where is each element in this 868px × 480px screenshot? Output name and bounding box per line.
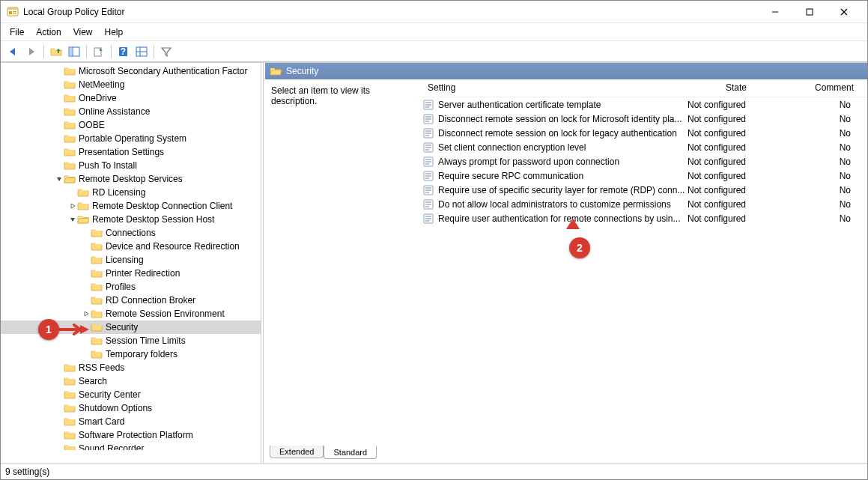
tree-item[interactable]: Push To Install <box>1 159 261 172</box>
setting-icon <box>423 142 435 153</box>
menu-view[interactable]: View <box>67 25 99 39</box>
setting-row[interactable]: Require user authentication for remote c… <box>419 211 867 225</box>
folder-icon <box>64 147 76 157</box>
tree-item[interactable]: Portable Operating System <box>1 132 261 145</box>
settings-header[interactable]: Setting State Comment <box>419 79 867 97</box>
column-state[interactable]: State <box>688 79 785 97</box>
tree-item-label: Software Protection Platform <box>79 430 193 440</box>
main-area: Microsoft Secondary Authentication Facto… <box>1 62 867 463</box>
export-button[interactable] <box>91 43 107 60</box>
chevron-down-icon[interactable] <box>55 176 64 182</box>
column-setting[interactable]: Setting <box>419 79 688 97</box>
tree-item-label: Security <box>106 322 138 332</box>
help-button[interactable]: ? <box>115 43 132 60</box>
tree-item[interactable]: Device and Resource Redirection <box>1 240 261 253</box>
chevron-down-icon[interactable] <box>68 216 77 222</box>
tree-item[interactable]: OOBE <box>1 118 261 132</box>
setting-name: Set client connection encryption level <box>438 142 688 153</box>
tree-item[interactable]: Presentation Settings <box>1 145 261 159</box>
tree-item[interactable]: RD Licensing <box>1 186 261 199</box>
tree-item-label: Remote Desktop Session Host <box>92 214 214 225</box>
setting-state: Not configured <box>688 142 785 153</box>
tree-item-label: RSS Feeds <box>79 362 124 373</box>
menu-file[interactable]: File <box>4 25 30 39</box>
folder-icon <box>64 362 76 373</box>
tree-item-label: Profiles <box>106 282 136 292</box>
chevron-right-icon[interactable] <box>68 203 77 209</box>
details-header: Security <box>265 63 867 79</box>
tab-standard[interactable]: Standard <box>324 446 377 459</box>
up-button[interactable] <box>48 43 64 60</box>
tree-item-label: Printer Redirection <box>106 268 180 279</box>
setting-icon <box>423 213 435 224</box>
window-title: Local Group Policy Editor <box>23 7 758 17</box>
tree-item[interactable]: OneDrive <box>1 91 261 105</box>
setting-row[interactable]: Disconnect remote session on lock for Mi… <box>419 112 867 126</box>
folder-icon <box>91 309 103 319</box>
tree-item[interactable]: RD Connection Broker <box>1 294 261 307</box>
setting-row[interactable]: Set client connection encryption levelNo… <box>419 140 867 154</box>
properties-button[interactable] <box>133 43 150 60</box>
close-button[interactable] <box>827 1 861 23</box>
tree-item[interactable]: Licensing <box>1 253 261 267</box>
tree-item-label: Temporary folders <box>106 349 177 359</box>
tree-item[interactable]: Software Protection Platform <box>1 428 261 442</box>
tree-item[interactable]: Microsoft Secondary Authentication Facto… <box>1 64 261 78</box>
folder-icon <box>64 430 76 440</box>
tree-item-label: Shutdown Options <box>79 403 152 413</box>
forward-button[interactable] <box>23 43 40 60</box>
tree-item[interactable]: Remote Desktop Session Host <box>1 213 261 226</box>
setting-row[interactable]: Require use of specific security layer f… <box>419 183 867 197</box>
tree-item[interactable]: Sound Recorder <box>1 442 261 450</box>
tree-item-label: Session Time Limits <box>106 335 186 346</box>
folder-icon <box>64 79 76 90</box>
tree-item[interactable]: Remote Session Environment <box>1 307 261 320</box>
tree-item[interactable]: Online Assistance <box>1 105 261 118</box>
tree-item[interactable]: RSS Feeds <box>1 361 261 374</box>
tree-item[interactable]: Temporary folders <box>1 347 261 361</box>
setting-comment: No <box>785 100 867 110</box>
tree-item[interactable]: Profiles <box>1 280 261 294</box>
setting-comment: No <box>785 128 867 139</box>
annotation-arrow-2 <box>565 219 581 238</box>
menu-help[interactable]: Help <box>99 25 130 39</box>
tree-item[interactable]: NetMeeting <box>1 78 261 91</box>
tree-item[interactable]: Connections <box>1 226 261 240</box>
setting-name: Disconnect remote session on lock for le… <box>438 128 688 139</box>
folder-icon <box>64 416 76 427</box>
menu-action[interactable]: Action <box>30 25 67 39</box>
tree-item-label: Remote Desktop Services <box>79 174 183 184</box>
tree-item[interactable]: Security Center <box>1 388 261 401</box>
tab-extended[interactable]: Extended <box>270 446 324 458</box>
setting-comment: No <box>785 185 867 195</box>
tree-hscrollbar[interactable] <box>1 450 261 463</box>
setting-row[interactable]: Disconnect remote session on lock for le… <box>419 126 867 140</box>
setting-name: Require use of specific security layer f… <box>438 185 688 195</box>
setting-comment: No <box>785 114 867 124</box>
column-comment[interactable]: Comment <box>785 79 867 97</box>
tree-item[interactable]: Remote Desktop Services <box>1 172 261 186</box>
tree-item[interactable]: Printer Redirection <box>1 267 261 280</box>
back-button[interactable] <box>5 43 22 60</box>
folder-icon <box>91 295 103 306</box>
filter-button[interactable] <box>158 43 174 60</box>
folder-icon <box>64 93 76 103</box>
setting-state: Not configured <box>688 128 785 139</box>
tree-item[interactable]: Remote Desktop Connection Client <box>1 199 261 213</box>
chevron-right-icon[interactable] <box>82 311 91 317</box>
setting-row[interactable]: Server authentication certificate templa… <box>419 97 867 112</box>
setting-row[interactable]: Always prompt for password upon connecti… <box>419 154 867 168</box>
maximize-button[interactable] <box>792 1 827 23</box>
policy-tree[interactable]: Microsoft Secondary Authentication Facto… <box>1 63 261 450</box>
tree-item[interactable]: Smart Card <box>1 415 261 428</box>
tree-item-label: Security Center <box>79 389 141 400</box>
minimize-button[interactable] <box>758 1 792 23</box>
folder-icon <box>91 282 103 292</box>
settings-list[interactable]: Server authentication certificate templa… <box>419 97 867 446</box>
setting-row[interactable]: Require secure RPC communicationNot conf… <box>419 168 867 183</box>
folder-icon <box>91 349 103 359</box>
tree-item[interactable]: Shutdown Options <box>1 401 261 415</box>
tree-item[interactable]: Search <box>1 374 261 388</box>
show-hide-tree-button[interactable] <box>66 43 82 60</box>
setting-row[interactable]: Do not allow local administrators to cus… <box>419 197 867 211</box>
